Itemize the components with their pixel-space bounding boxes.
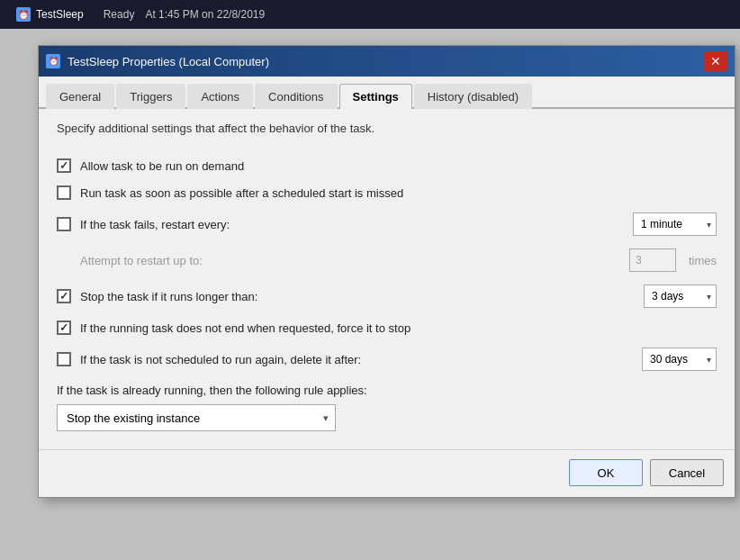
- delete-after-wrapper: 30 days 60 days 90 days 180 days: [642, 348, 717, 371]
- title-bar-left: ⏰ TestSleep Properties (Local Computer): [46, 54, 269, 68]
- taskbar-app-name: TestSleep: [36, 8, 84, 21]
- delete-after-select[interactable]: 30 days 60 days 90 days 180 days: [642, 348, 717, 371]
- label-run-after-missed: Run task as soon as possible after a sch…: [80, 186, 717, 200]
- tab-bar: General Triggers Actions Conditions Sett…: [39, 77, 735, 109]
- dialog-window: ⏰ TestSleep Properties (Local Computer) …: [38, 45, 735, 498]
- setting-delete-if-not-scheduled: If the task is not scheduled to run agai…: [57, 348, 717, 371]
- checkbox-run-on-demand[interactable]: [57, 158, 71, 173]
- stop-duration-select[interactable]: 3 days 1 hour 12 hours 1 day: [644, 285, 717, 308]
- checkbox-stop-if-long[interactable]: [57, 289, 71, 303]
- restart-interval-wrapper: 1 minute 5 minutes 10 minutes 30 minutes: [633, 212, 717, 236]
- setting-restart-attempts: Attempt to restart up to: times: [57, 248, 717, 272]
- checkbox-run-after-missed[interactable]: [57, 185, 71, 200]
- settings-content: Specify additional settings that affect …: [39, 109, 735, 449]
- rule-section: If the task is already running, then the…: [57, 384, 717, 431]
- rule-select[interactable]: Stop the existing instance Do not start …: [57, 404, 336, 431]
- content-description: Specify additional settings that affect …: [57, 122, 717, 142]
- label-restart-if-fails: If the task fails, restart every:: [80, 218, 624, 231]
- label-force-stop: If the running task does not end when re…: [80, 321, 717, 335]
- checkbox-restart-if-fails[interactable]: [57, 217, 71, 231]
- checkbox-force-stop[interactable]: [57, 321, 71, 335]
- title-bar: ⏰ TestSleep Properties (Local Computer) …: [39, 46, 735, 77]
- dialog-icon: ⏰: [46, 54, 60, 68]
- rule-label: If the task is already running, then the…: [57, 384, 717, 397]
- restart-interval-select[interactable]: 1 minute 5 minutes 10 minutes 30 minutes: [633, 212, 717, 236]
- setting-stop-if-long: Stop the task if it runs longer than: 3 …: [57, 285, 717, 308]
- setting-force-stop: If the running task does not end when re…: [57, 321, 717, 335]
- tab-settings[interactable]: Settings: [339, 84, 412, 109]
- label-delete-if-not-scheduled: If the task is not scheduled to run agai…: [80, 353, 633, 366]
- app-icon: ⏰: [16, 7, 31, 22]
- tab-history[interactable]: History (disabled): [414, 84, 532, 109]
- setting-run-after-missed: Run task as soon as possible after a sch…: [57, 185, 717, 200]
- tab-general[interactable]: General: [46, 84, 114, 109]
- times-label: times: [689, 254, 717, 267]
- taskbar-app[interactable]: ⏰ TestSleep: [7, 4, 93, 25]
- restart-attempts-input[interactable]: [629, 248, 676, 272]
- tab-triggers[interactable]: Triggers: [116, 84, 185, 109]
- close-button[interactable]: ✕: [704, 51, 727, 71]
- label-restart-attempts: Attempt to restart up to:: [80, 254, 620, 267]
- dialog-title: TestSleep Properties (Local Computer): [68, 55, 269, 68]
- taskbar-status: Ready: [104, 8, 135, 21]
- ok-button[interactable]: OK: [569, 459, 643, 486]
- setting-restart-if-fails: If the task fails, restart every: 1 minu…: [57, 212, 717, 236]
- checkbox-delete-if-not-scheduled[interactable]: [57, 352, 71, 366]
- cancel-button[interactable]: Cancel: [650, 459, 724, 486]
- tab-conditions[interactable]: Conditions: [255, 84, 337, 109]
- label-run-on-demand: Allow task to be run on demand: [80, 159, 717, 173]
- taskbar-datetime: At 1:45 PM on 22/8/2019: [145, 8, 265, 21]
- tab-actions[interactable]: Actions: [187, 84, 253, 109]
- taskbar: ⏰ TestSleep Ready At 1:45 PM on 22/8/201…: [0, 0, 740, 29]
- label-stop-if-long: Stop the task if it runs longer than:: [80, 290, 635, 303]
- stop-duration-wrapper: 3 days 1 hour 12 hours 1 day: [644, 285, 717, 308]
- setting-run-on-demand: Allow task to be run on demand: [57, 158, 717, 173]
- button-row: OK Cancel: [39, 449, 735, 497]
- rule-dropdown-wrapper: Stop the existing instance Do not start …: [57, 404, 336, 431]
